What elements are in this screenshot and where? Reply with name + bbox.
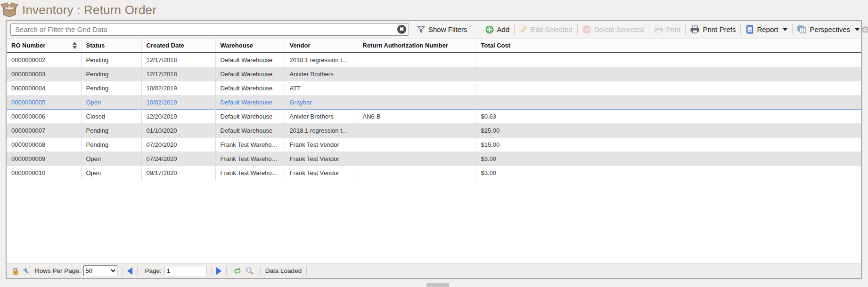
cell-return-authorization-number[interactable] <box>358 137 476 151</box>
cell-filler[interactable] <box>536 166 861 180</box>
cell-total-cost[interactable] <box>476 67 536 81</box>
cell-warehouse[interactable]: Frank Test Wareho… <box>215 151 285 166</box>
cell-status[interactable]: Pending <box>81 81 141 95</box>
cell-created-date[interactable]: 12/17/2018 <box>141 53 215 67</box>
cell-total-cost[interactable]: $3.00 <box>476 151 536 166</box>
cell-vendor[interactable]: ATT <box>285 81 358 95</box>
cell-filler[interactable] <box>536 53 861 67</box>
table-row[interactable]: 0000000005 Open 10/02/2019 Default Wareh… <box>7 95 861 109</box>
column-header-warehouse[interactable]: Warehouse <box>215 39 285 53</box>
cell-ro-number[interactable]: 0000000008 <box>7 137 81 151</box>
column-header-status[interactable]: Status <box>81 39 141 53</box>
cell-total-cost[interactable] <box>476 53 536 67</box>
cell-status[interactable]: Closed <box>81 109 141 123</box>
cell-created-date[interactable]: 12/20/2019 <box>141 109 215 123</box>
cell-return-authorization-number[interactable] <box>358 151 476 166</box>
cell-warehouse[interactable]: Default Warehouse <box>215 53 285 67</box>
cell-status[interactable]: Open <box>81 166 141 180</box>
cell-created-date[interactable]: 07/20/2020 <box>141 137 215 151</box>
cell-vendor[interactable]: 2018.1 regression t… <box>285 53 358 67</box>
table-row[interactable]: 0000000010 Open 09/17/2020 Frank Test Wa… <box>7 166 861 180</box>
cell-filler[interactable] <box>536 95 861 109</box>
cell-ro-number[interactable]: 0000000006 <box>7 109 81 123</box>
cell-status[interactable]: Open <box>81 151 141 166</box>
cell-total-cost[interactable] <box>476 95 536 109</box>
scrollbar-thumb[interactable] <box>426 283 449 287</box>
cell-vendor[interactable]: Frank Test Vendor <box>285 137 358 151</box>
search-input[interactable] <box>10 23 409 36</box>
cell-return-authorization-number[interactable] <box>358 81 476 95</box>
cell-vendor[interactable]: Graybar <box>285 95 358 109</box>
cell-total-cost[interactable]: $0.63 <box>476 109 536 123</box>
cell-ro-number[interactable]: 0000000004 <box>7 81 81 95</box>
report-button[interactable]: Report <box>744 25 789 34</box>
show-filters-button[interactable]: Show Filters <box>416 25 469 33</box>
delete-selected-button[interactable]: Delete Selected <box>581 25 646 34</box>
prev-page-icon[interactable] <box>127 267 132 275</box>
cell-vendor[interactable]: Anixter Brothers <box>285 67 358 81</box>
cell-return-authorization-number[interactable] <box>358 95 476 109</box>
cell-return-authorization-number[interactable]: AN6-B <box>358 109 476 123</box>
print-prefs-button[interactable]: Print Prefs <box>689 25 737 33</box>
column-header-vendor[interactable]: Vendor <box>285 39 358 53</box>
cell-return-authorization-number[interactable] <box>358 53 476 67</box>
cell-return-authorization-number[interactable] <box>358 123 476 137</box>
cell-filler[interactable] <box>536 123 861 137</box>
edit-selected-button[interactable]: Edit Selected <box>518 25 573 33</box>
cell-total-cost[interactable]: $15.00 <box>476 137 536 151</box>
cell-warehouse[interactable]: Default Warehouse <box>215 123 285 137</box>
table-row[interactable]: 0000000004 Pending 10/02/2019 Default Wa… <box>7 81 861 95</box>
table-row[interactable]: 0000000009 Open 07/24/2020 Frank Test Wa… <box>7 151 861 166</box>
cell-warehouse[interactable]: Default Warehouse <box>215 95 285 109</box>
cell-return-authorization-number[interactable] <box>358 67 476 81</box>
sort-icon[interactable] <box>73 42 77 49</box>
cell-ro-number[interactable]: 0000000009 <box>7 151 81 166</box>
cell-warehouse[interactable]: Default Warehouse <box>215 109 285 123</box>
cell-ro-number[interactable]: 0000000002 <box>7 53 81 67</box>
rows-per-page-select[interactable]: 50 <box>83 265 117 276</box>
print-button[interactable]: Print <box>653 25 682 33</box>
clear-search-icon[interactable]: ✖ <box>397 25 406 34</box>
table-row[interactable]: 0000000002 Pending 12/17/2018 Default Wa… <box>7 53 861 67</box>
cell-ro-number[interactable]: 0000000010 <box>7 166 81 180</box>
table-row[interactable]: 0000000008 Pending 07/20/2020 Frank Test… <box>7 137 861 151</box>
cell-warehouse[interactable]: Default Warehouse <box>215 81 285 95</box>
cell-total-cost[interactable] <box>476 81 536 95</box>
cell-filler[interactable] <box>536 81 861 95</box>
wrench-icon[interactable] <box>23 267 30 275</box>
cell-ro-number[interactable]: 0000000003 <box>7 67 81 81</box>
cell-status[interactable]: Open <box>81 95 141 109</box>
cell-vendor[interactable]: Anixter Brothers <box>285 109 358 123</box>
cell-filler[interactable] <box>536 67 861 81</box>
cell-vendor[interactable]: Frank Test Vendor <box>285 166 358 180</box>
cell-ro-number[interactable]: 0000000007 <box>7 123 81 137</box>
horizontal-scrollbar[interactable] <box>0 282 868 287</box>
perspectives-button[interactable]: Perspectives <box>796 25 861 33</box>
cell-created-date[interactable]: 12/17/2018 <box>141 67 215 81</box>
next-page-icon[interactable] <box>216 267 221 275</box>
cell-vendor[interactable]: Frank Test Vendor <box>285 151 358 166</box>
cell-status[interactable]: Pending <box>81 53 141 67</box>
cell-filler[interactable] <box>536 109 861 123</box>
refresh-icon[interactable] <box>233 267 242 275</box>
magnifier-icon[interactable] <box>246 267 254 275</box>
cell-warehouse[interactable]: Default Warehouse <box>215 67 285 81</box>
cell-total-cost[interactable]: $3.00 <box>476 166 536 180</box>
cell-return-authorization-number[interactable] <box>358 166 476 180</box>
cell-status[interactable]: Pending <box>81 123 141 137</box>
cell-created-date[interactable]: 01/10/2020 <box>141 123 215 137</box>
column-header-return-authorization-number[interactable]: Return Authorization Number <box>358 39 476 53</box>
cell-ro-number[interactable]: 0000000005 <box>7 95 81 109</box>
cell-warehouse[interactable]: Frank Test Wareho… <box>215 137 285 151</box>
cell-created-date[interactable]: 07/24/2020 <box>141 151 215 166</box>
cell-total-cost[interactable]: $25.00 <box>476 123 536 137</box>
column-header-total-cost[interactable]: Total Cost <box>476 39 536 53</box>
add-button[interactable]: Add <box>484 25 511 34</box>
table-row[interactable]: 0000000006 Closed 12/20/2019 Default War… <box>7 109 861 123</box>
column-header-ro-number[interactable]: RO Number <box>7 39 81 53</box>
cell-warehouse[interactable]: Frank Test Wareho… <box>215 166 285 180</box>
table-row[interactable]: 0000000007 Pending 01/10/2020 Default Wa… <box>7 123 861 137</box>
cell-status[interactable]: Pending <box>81 67 141 81</box>
cell-filler[interactable] <box>536 137 861 151</box>
page-number-input[interactable] <box>164 266 206 276</box>
